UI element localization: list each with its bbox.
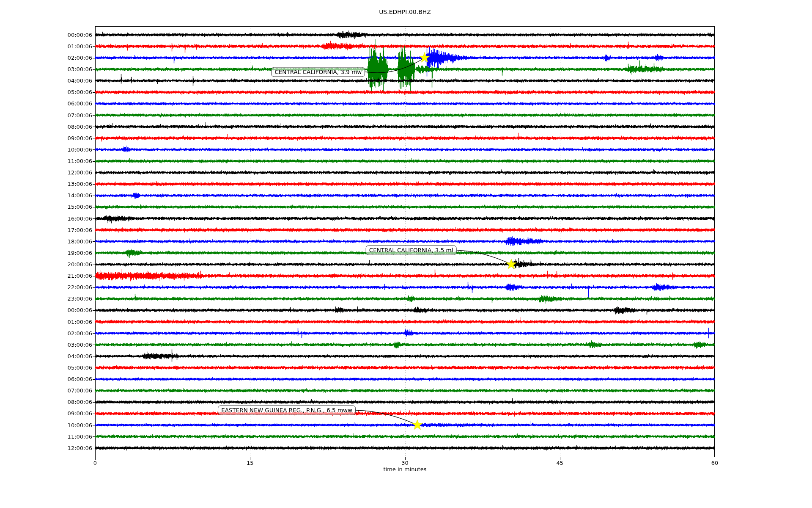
row-time-label: 01:00:06 [37,42,92,50]
event-annotation: CENTRAL CALIFORNIA, 3.9 mw [271,67,365,77]
row-time-label: 08:00:06 [37,123,92,131]
row-time-label: 04:00:06 [37,352,92,360]
row-time-label: 15:00:06 [37,203,92,211]
row-time-label: 08:00:06 [37,398,92,406]
row-time-label: 10:00:06 [37,146,92,154]
row-time-label: 14:00:06 [37,191,92,199]
seismogram-figure: US.EDHPI.00.BHZ time in minutes 00:00:06… [0,0,812,508]
row-time-label: 00:00:06 [37,306,92,314]
row-time-label: 18:00:06 [37,237,92,246]
row-time-label: 12:00:06 [37,444,92,452]
row-time-label: 01:00:06 [37,318,92,326]
x-tick-label: 0 [82,460,108,466]
x-axis-label: time in minutes [95,466,715,472]
row-time-label: 10:00:06 [37,421,92,429]
event-annotation: CENTRAL CALIFORNIA, 3.5 ml [366,245,457,255]
row-time-label: 19:00:06 [37,249,92,257]
row-time-label: 13:00:06 [37,180,92,188]
row-time-label: 21:00:06 [37,272,92,280]
row-time-label: 02:00:06 [37,54,92,62]
row-time-label: 12:00:06 [37,168,92,177]
x-tick-label: 15 [237,460,263,466]
row-time-label: 23:00:06 [37,295,92,303]
row-time-label: 07:00:06 [37,111,92,119]
row-time-label: 03:00:06 [37,65,92,73]
row-time-label: 09:00:06 [37,134,92,142]
row-time-label: 09:00:06 [37,409,92,417]
row-time-label: 04:00:06 [37,77,92,85]
row-time-label: 11:00:06 [37,157,92,165]
row-time-label: 02:00:06 [37,329,92,337]
row-time-label: 22:00:06 [37,283,92,291]
row-time-label: 00:00:06 [37,31,92,39]
row-time-label: 16:00:06 [37,215,92,223]
x-tick-label: 30 [392,460,418,466]
row-time-label: 20:00:06 [37,260,92,268]
row-time-label: 06:00:06 [37,99,92,108]
row-time-label: 11:00:06 [37,433,92,441]
x-tick-label: 45 [547,460,573,466]
x-tick-label: 60 [702,460,727,466]
row-time-label: 05:00:06 [37,88,92,96]
row-time-label: 06:00:06 [37,375,92,383]
row-time-label: 07:00:06 [37,387,92,395]
chart-title: US.EDHPI.00.BHZ [95,8,715,15]
event-annotation: EASTERN NEW GUINEA REG., P.N.G., 6.5 mww [218,406,356,415]
row-time-label: 03:00:06 [37,341,92,349]
row-time-label: 05:00:06 [37,364,92,372]
row-time-label: 17:00:06 [37,226,92,234]
